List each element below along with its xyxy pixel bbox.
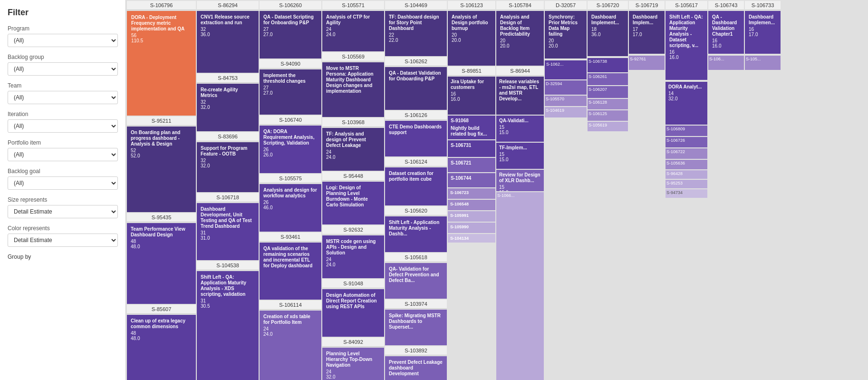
tile-s94090[interactable]: Implement the threshold changes 27 27.0 <box>260 69 321 115</box>
tile-s105784[interactable]: Analysis and Design of Backlog Item Pred… <box>496 11 544 66</box>
tile-s91048[interactable]: Design Automation of Direct Report Creat… <box>322 289 384 337</box>
filter-color-represents-select[interactable]: Detail Estimate <box>8 234 118 247</box>
tile-s91068[interactable]: S-91068 Nightly build related bug fix... <box>448 116 495 139</box>
tile-s95253[interactable]: S-95253 <box>665 180 707 188</box>
tile-s85607[interactable]: Clean up of extra legacy common dimensio… <box>127 315 196 380</box>
tile-s106124[interactable]: Dataset creation for portfolio item cube <box>385 167 447 205</box>
tile-s106262[interactable]: QA - Dataset Validation for Onboarding P… <box>385 67 447 110</box>
tile-s105570[interactable]: S-105570 <box>545 96 587 106</box>
tile-s106261[interactable]: S-106261 <box>588 73 628 85</box>
tile-s104619[interactable]: S-104619 <box>545 107 587 117</box>
tile-s83696[interactable]: Support for Program Feature - OOTB 32 32… <box>197 142 259 192</box>
tile-s106207[interactable]: S-106207 <box>588 86 628 98</box>
tile-s92632[interactable]: MSTR code gen using APIs - Design and So… <box>322 235 384 278</box>
filter-size-represents-select[interactable]: Detail Estimate <box>8 205 118 218</box>
tile-s106744[interactable]: S-106744 <box>448 173 495 187</box>
tile-s106796-main[interactable]: DORA - Deployment Frequency metric imple… <box>127 11 196 116</box>
tile-s106731[interactable]: S-106731 <box>448 140 495 157</box>
tile-s95211[interactable]: On Boarding plan and progress dashboard … <box>127 127 196 212</box>
filter-portfolio-item-select[interactable]: (All) <box>8 148 118 161</box>
tile-label: TF: Dashboard design for Story Point Das… <box>387 13 444 32</box>
tile-s105619[interactable]: S-105619 <box>588 122 628 131</box>
tile-s105593[interactable]: TF-Implem... 15 15.0 <box>496 143 544 169</box>
tile-s106723[interactable]: S-106723 <box>448 188 495 199</box>
tile-s93461[interactable]: QA validation of the remaining scenarios… <box>260 243 321 300</box>
tile-s106123[interactable]: Analysis of Design portfolio burnup 20 2… <box>448 11 495 66</box>
filter-size-represents-label: Size represents <box>8 196 118 203</box>
tile-s106719[interactable]: Dashboard Implem... 17 17.0 <box>629 11 665 54</box>
tile-s104538[interactable]: Shift Left - QA: Application Maturity An… <box>197 271 259 380</box>
tile-s106733[interactable]: Dashboard Implemen... 16 17.0 <box>745 11 781 54</box>
tile-s106129[interactable]: QA-Validati... 15 15.0 <box>496 116 544 142</box>
tile-s84092[interactable]: Planning Level Hierarchy Top-Down Naviga… <box>322 348 384 380</box>
tile-s106126[interactable]: CTE Demo Dashboards support <box>385 121 447 156</box>
tile-num2: 24.0 <box>325 155 382 160</box>
tile-s96428[interactable]: S-96428 <box>665 170 707 179</box>
tile-num2: 17.0 <box>747 32 778 37</box>
tile-label: CTE Demo Dashboards support <box>387 123 444 136</box>
tile-num1: 24 <box>262 326 319 331</box>
tile-s106128[interactable]: S-106128 <box>588 99 628 109</box>
tile-s105569[interactable]: Move to MSTR Persona: Application Maturi… <box>322 62 384 117</box>
filter-backlog-group-select[interactable]: (All) <box>8 62 118 76</box>
filter-backlog-group-label: Backlog group <box>8 54 118 60</box>
tile-s106114[interactable]: Creation of xds table for Portfolio Item… <box>260 311 321 380</box>
col-d32057: D-32057 Synchrony: Prior Metrics Data Ma… <box>545 1 587 380</box>
tile-s95435[interactable]: Team Performance View Dashboard Design 4… <box>127 223 196 304</box>
tile-num2: 24.0 <box>325 32 382 37</box>
tile-s103892[interactable]: Prevent Defect Leakage dashboard Develop… <box>385 356 447 380</box>
tile-s106740[interactable]: QA: DORA Requirement Analysis, Scripting… <box>260 126 321 173</box>
filter-team-select[interactable]: (All) <box>8 91 118 104</box>
tile-s106720[interactable]: Dashboard Implement... 18 36.0 <box>588 11 628 56</box>
tile-s106738[interactable]: S-106738 <box>588 58 628 72</box>
filter-iteration-select[interactable]: (All) <box>8 119 118 133</box>
tile-s106[interactable]: S-106... <box>708 56 744 70</box>
tile-s103974[interactable]: Spike: Migrating MSTR Dashboards to Supe… <box>385 310 447 345</box>
col-s105784: S-105784 Analysis and Design of Backlog … <box>496 1 544 380</box>
tile-label: Analysis and design for workflow analyti… <box>262 186 319 200</box>
filter-portfolio-item-label: Portfolio item <box>8 139 118 146</box>
tile-s96226[interactable]: Review for Design of XLR Dashb... 15 15.… <box>496 170 544 191</box>
tile-s104134[interactable]: S-104134 <box>448 234 495 243</box>
tile-s106722[interactable]: S-106722 <box>665 148 707 159</box>
tile-s105636[interactable]: S-105636 <box>665 160 707 169</box>
tile-s106726[interactable]: S-106726 <box>665 137 707 147</box>
filter-program-select[interactable]: (All) <box>8 34 118 47</box>
tile-s86944[interactable]: Release variables - ms2si map, ETL and M… <box>496 77 544 115</box>
tile-s105575[interactable]: Analysis and design for workflow analyti… <box>260 184 321 232</box>
tile-dora-analyt[interactable]: DORA Analyt... 14 32.0 <box>665 82 707 125</box>
tile-s106743[interactable]: QA - Dashboard Validation Chapter1 16 16… <box>708 11 744 54</box>
tile-num2: 15.0 <box>498 157 542 162</box>
tile-s105571[interactable]: Analysis of CTP for Agility 24 24.0 <box>322 11 384 51</box>
tile-s1066[interactable]: S-1066... <box>496 192 544 380</box>
tile-s106718[interactable]: Dashboard Development, Unit Testing and … <box>197 203 259 260</box>
tile-s89851[interactable]: Jira Uptake for customers 16 16.0 <box>448 77 495 115</box>
tile-s105991[interactable]: S-105991 <box>448 211 495 222</box>
tile-d32057[interactable]: Synchrony: Prior Metrics Data Map failin… <box>545 11 587 58</box>
tile-s106548[interactable]: S-106548 <box>448 200 495 210</box>
tile-s106260[interactable]: QA - Dataset Scripting for Onboarding P&… <box>260 11 321 58</box>
tile-num1: 15 <box>498 185 542 190</box>
tile-s106125[interactable]: S-106125 <box>588 110 628 121</box>
col-header-s103974: S-103974 <box>385 300 447 309</box>
tile-s106809[interactable]: S-106809 <box>665 126 707 136</box>
tile-s95448[interactable]: Logi: Design of Planning Level Burndown … <box>322 182 384 224</box>
tile-s103968[interactable]: TF: Analysis and design of Prevent Defec… <box>322 128 384 171</box>
tile-s84753[interactable]: Re-create Agility Metrics 32 32.0 <box>197 84 259 131</box>
col-s106720: S-106720 Dashboard Implement... 18 36.0 … <box>588 1 628 380</box>
tile-s105620[interactable]: Shift Left - Application Maturity Analys… <box>385 216 447 252</box>
tile-d32594[interactable]: D-32594 <box>545 80 587 95</box>
tile-s86294[interactable]: CNV1 Release source extraction and run 3… <box>197 11 259 73</box>
tile-s105618[interactable]: QA- Validation for Defect Prevention and… <box>385 263 447 299</box>
tile-s94734[interactable]: S-94734 <box>665 189 707 198</box>
tile-s105617[interactable]: Shift Left - QA: Application Maturity An… <box>665 11 707 80</box>
tile-s104469[interactable]: TF: Dashboard design for Story Point Das… <box>385 11 447 56</box>
tile-s105990[interactable]: S-105990 <box>448 223 495 233</box>
tile-s106721[interactable]: S-106721 <box>448 158 495 172</box>
tile-s92761[interactable]: S-92761 <box>629 56 665 70</box>
tile-num2: 46.0 <box>262 205 319 210</box>
filter-backlog-goal-select[interactable]: (All) <box>8 176 118 190</box>
col-header-s105569: S-105569 <box>322 52 384 61</box>
tile-s105[interactable]: S-105... <box>745 56 781 70</box>
tile-s1062[interactable]: S-1062... <box>545 60 587 79</box>
